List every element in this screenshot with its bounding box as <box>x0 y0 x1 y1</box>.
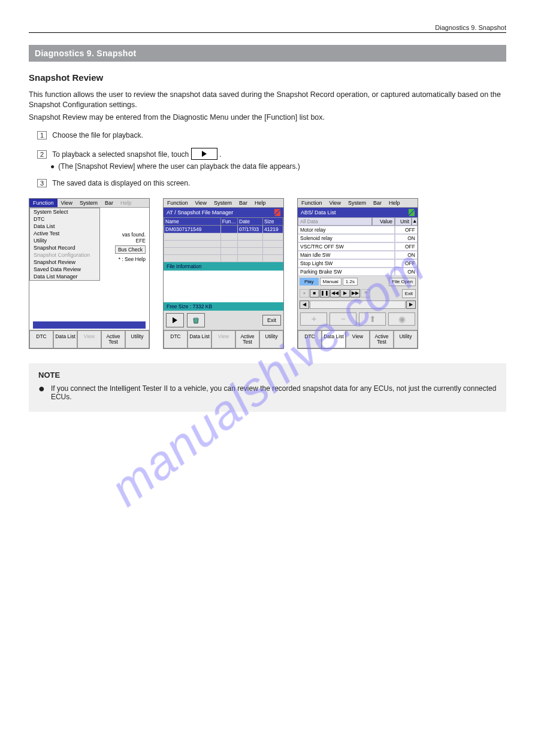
note-title: NOTE <box>38 371 497 379</box>
chapter-bar: Diagnostics 9. Snapshot <box>29 45 506 62</box>
exit-button[interactable]: Exit <box>262 315 281 326</box>
selected-row-bg <box>33 321 146 329</box>
bolt-icon <box>409 209 415 216</box>
intro-paragraph-2: Snapshot Review may be entered from the … <box>29 113 506 123</box>
tab-data-list[interactable]: Data List <box>53 330 77 348</box>
menu-bar-item[interactable]: Bar <box>370 199 385 207</box>
menu-item-snapshot-config: Snapshot Configuration <box>30 251 99 259</box>
menu-bar-item[interactable]: Bar <box>235 199 251 207</box>
exit-button[interactable]: Exit <box>402 289 416 298</box>
background-panel: vas found. EFE Bus Check * : See Help <box>115 232 146 262</box>
fastfwd-icon[interactable]: ▶▶ <box>350 289 360 297</box>
record-icon[interactable]: ● <box>300 289 309 297</box>
menu-view[interactable]: View <box>326 199 344 207</box>
menu-function[interactable]: Function <box>298 199 326 207</box>
col-date[interactable]: Date <box>238 217 263 225</box>
step-number: 3 <box>37 179 47 187</box>
tab-view[interactable]: View <box>346 330 370 348</box>
rewind-icon[interactable]: ◀◀ <box>330 289 340 297</box>
step-1: 1 Choose the file for playback. <box>37 131 506 139</box>
menu-system[interactable]: System <box>210 199 235 207</box>
tab-utility[interactable]: Utility <box>259 330 283 348</box>
file-open-button[interactable]: File Open <box>389 278 416 286</box>
menu-help[interactable]: Help <box>117 199 135 207</box>
bottom-tabs: DTC Data List View Active Test Utility <box>29 330 149 348</box>
tab-active-test[interactable]: Active Test <box>101 330 125 348</box>
table-row <box>164 247 283 254</box>
delete-button[interactable] <box>187 313 205 327</box>
menu-item-snapshot-record[interactable]: Snapshot Record <box>30 244 99 251</box>
bus-check-button[interactable]: Bus Check <box>115 245 146 254</box>
tab-dtc[interactable]: DTC <box>29 330 53 348</box>
menu-help[interactable]: Help <box>385 199 404 207</box>
data-row[interactable]: Motor relayOFF <box>298 226 418 234</box>
scroll-left-icon[interactable]: ◀ <box>300 300 309 309</box>
menu-system[interactable]: System <box>76 199 101 207</box>
bottom-tabs: DTC Data List View Active Test Utility <box>164 330 283 348</box>
data-row[interactable]: Solenoid relayON <box>298 234 418 242</box>
menu-function[interactable]: Function <box>164 199 192 207</box>
table-row <box>164 233 283 240</box>
col-name[interactable]: Name <box>164 217 221 225</box>
tab-utility[interactable]: Utility <box>125 330 149 348</box>
up-arrow-button[interactable]: ⬆ <box>359 312 386 326</box>
step-2: 2 To playback a selected snapshot file, … <box>37 148 506 160</box>
play-interval[interactable]: 1.2s <box>343 278 358 286</box>
menu-help[interactable]: Help <box>251 199 270 207</box>
tab-active-test[interactable]: Active Test <box>235 330 259 348</box>
menu-item-dtc[interactable]: DTC <box>30 215 99 223</box>
menu-function[interactable]: Function <box>29 199 58 207</box>
all-data-selector[interactable]: All Data <box>298 217 372 226</box>
menu-bar-item[interactable]: Bar <box>101 199 117 207</box>
data-row[interactable]: Parking Brake SWON <box>298 268 418 276</box>
scroll-right-icon[interactable]: ▶ <box>406 300 416 309</box>
slider-track[interactable] <box>310 300 406 309</box>
function-dropdown: System Select DTC Data List Active Test … <box>29 208 100 281</box>
menu-item-snapshot-review[interactable]: Snapshot Review <box>30 259 99 266</box>
minus-button[interactable]: － <box>330 312 356 326</box>
note-box: NOTE ● If you connect the Intelligent Te… <box>29 363 506 412</box>
note-text: If you connect the Intelligent Tester II… <box>51 384 497 401</box>
data-row[interactable]: Stop Light SWOFF <box>298 259 418 268</box>
pause-icon[interactable]: ❚❚ <box>320 289 330 297</box>
scroll-up-icon[interactable]: ▲ <box>412 217 418 226</box>
data-rows: Motor relayOFF Solenoid relayON VSC/TRC … <box>298 226 418 276</box>
tab-utility[interactable]: Utility <box>394 330 418 348</box>
menu-view[interactable]: View <box>58 199 76 207</box>
tab-active-test[interactable]: Active Test <box>370 330 394 348</box>
tab-dtc[interactable]: DTC <box>164 330 188 348</box>
data-header-row: All Data Value Unit ▲ <box>298 217 418 226</box>
tab-data-list[interactable]: Data List <box>322 330 346 348</box>
target-button[interactable]: ◉ <box>388 312 415 326</box>
tab-view[interactable]: View <box>211 330 235 348</box>
menu-bar: Function View System Bar Help <box>164 199 283 208</box>
data-row[interactable]: Main Idle SWON <box>298 251 418 259</box>
file-row-selected[interactable]: DM030717154907/17/0341219 <box>164 225 283 233</box>
stop-icon[interactable]: ■ <box>310 289 319 297</box>
col-fun[interactable]: Fun… <box>220 217 237 225</box>
step-number: 2 <box>37 150 47 159</box>
tab-view[interactable]: View <box>77 330 101 348</box>
flag-icon[interactable]: ⚑ <box>361 289 370 297</box>
col-size[interactable]: Size <box>263 217 283 225</box>
menu-view[interactable]: View <box>192 199 210 207</box>
tab-dtc[interactable]: DTC <box>298 330 322 348</box>
tab-data-list[interactable]: Data List <box>188 330 211 348</box>
title-bar: ABS/ Data List <box>298 208 418 217</box>
bottom-tabs: DTC Data List View Active Test Utility <box>298 330 418 348</box>
play-button[interactable] <box>166 313 184 327</box>
data-row[interactable]: VSC/TRC OFF SWOFF <box>298 242 418 251</box>
menu-item-data-list[interactable]: Data List <box>30 223 99 230</box>
plus-button[interactable]: ＋ <box>300 312 327 326</box>
menu-item-system-select[interactable]: System Select <box>30 208 99 215</box>
menu-bar: Function View System Bar Help <box>298 199 418 208</box>
menu-system[interactable]: System <box>344 199 370 207</box>
play-label: Play <box>300 278 319 286</box>
menu-item-active-test[interactable]: Active Test <box>30 230 99 237</box>
col-unit: Unit <box>395 217 412 226</box>
menu-item-data-list-manager[interactable]: Data List Manager <box>30 273 99 280</box>
menu-item-utility[interactable]: Utility <box>30 237 99 244</box>
play-icon[interactable]: ▶ <box>340 289 350 297</box>
menu-item-saved-data-review[interactable]: Saved Data Review <box>30 266 99 273</box>
play-mode[interactable]: Manual <box>320 278 341 286</box>
